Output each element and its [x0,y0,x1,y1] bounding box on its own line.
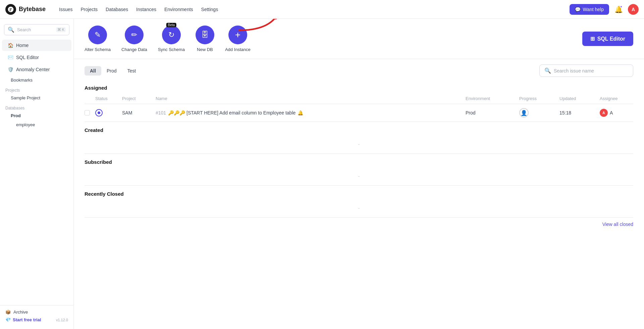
logo[interactable]: Bytebase [5,4,46,15]
alter-schema-circle[interactable]: ✎ [88,26,107,44]
nav-settings[interactable]: Settings [201,7,218,12]
assignee-name: A [610,110,613,115]
th-checkbox [85,96,95,101]
alter-schema-action[interactable]: ✎ Alter Schema [85,26,111,52]
row-checkbox[interactable] [85,110,95,115]
new-db-label: New DB [197,47,213,52]
user-progress-icon: 👤 [521,110,527,116]
sidebar-item-sql-label: SQL Editor [16,55,39,60]
nav-databases[interactable]: Databases [106,7,128,12]
sidebar-item-home[interactable]: 🏠 Home [2,40,71,51]
subscribed-section-title: Subscribed [85,154,633,168]
change-data-circle[interactable]: ✏ [125,26,144,44]
add-instance-label: Add Instance [225,47,251,52]
issue-name-wrap: #101 🔑🔑🔑 [START HERE] Add email column t… [156,110,466,115]
recently-closed-section-title: Recently Closed [85,186,633,199]
table-header: Status Project Name Environment Progress… [85,93,633,104]
layout: 🔍 Search ⌘ K 🏠 Home ✉️ SQL Editor 🛡️ Ano… [0,19,644,329]
search-issue-placeholder: Search issue name [554,68,628,74]
sidebar-item-sql-editor[interactable]: ✉️ SQL Editor [2,52,71,63]
issue-number: #101 [156,110,166,115]
search-box[interactable]: 🔍 Search ⌘ K [4,24,69,35]
new-db-circle[interactable]: 🗄 [196,26,214,44]
search-text: Search [17,27,53,32]
sync-schema-action[interactable]: Beta ↻ Sync Schema [158,26,185,52]
sql-editor-btn-wrap: ⊞ SQL Editor [582,32,633,46]
archive-icon: 📦 [5,310,11,315]
th-project: Project [122,96,156,101]
notification-button[interactable]: 🔔 [613,4,624,15]
th-updated: Updated [559,96,600,101]
nav-environments[interactable]: Environments [164,7,193,12]
search-issue-box[interactable]: 🔍 Search issue name [539,64,633,77]
sidebar: 🔍 Search ⌘ K 🏠 Home ✉️ SQL Editor 🛡️ Ano… [0,19,74,329]
topnav-right: 💬 Want help 🔔 A [570,4,639,15]
created-empty: - [85,136,633,154]
bell-notif-icon: 🔔 [298,110,303,115]
add-instance-circle[interactable]: + [228,26,247,44]
view-all-closed[interactable]: View all closed [85,218,633,231]
add-instance-action[interactable]: + Add Instance [225,26,251,52]
nav-links: Issues Projects Databases Instances Envi… [59,7,218,12]
row-assignee: A A [600,109,633,117]
logo-icon [5,4,16,15]
add-instance-container: + Add Instance [225,26,251,52]
sidebar-footer: 📦 Archive 💎 Start free trial v1.12.0 [0,305,73,326]
new-db-action[interactable]: 🗄 New DB [196,26,214,52]
projects-section-label: Projects [0,87,73,93]
search-issue-icon: 🔍 [544,67,551,74]
nav-instances[interactable]: Instances [136,7,156,12]
search-icon: 🔍 [8,27,14,33]
sidebar-employee-db[interactable]: employee [0,120,73,129]
th-name: Name [156,96,466,101]
sidebar-archive[interactable]: 📦 Archive [5,310,68,315]
table-row: SAM #101 🔑🔑🔑 [START HERE] Add email colu… [85,104,633,122]
sidebar-bookmarks[interactable]: Bookmarks [0,76,73,85]
search-kbd: ⌘ K [56,27,66,32]
main-content: ✎ Alter Schema ✏ Change Data Beta ↻ Sync… [74,19,644,329]
th-assignee: Assignee [600,96,633,101]
row-environment: Prod [466,110,519,115]
sql-editor-icon: ✉️ [7,54,13,60]
assignee-avatar: A [600,109,608,117]
version-label: v1.12.0 [56,318,68,322]
svg-marker-1 [274,19,280,20]
filter-tab-test[interactable]: Test [122,66,141,76]
shield-icon: 🛡️ [7,66,13,73]
status-dot [98,111,100,114]
nav-issues[interactable]: Issues [59,7,72,12]
change-data-label: Change Data [121,47,147,52]
row-progress: 👤 [519,108,559,117]
chat-icon: 💬 [575,7,581,12]
sidebar-prod-db[interactable]: Prod [0,111,73,120]
row-project: SAM [122,110,156,115]
progress-circle: 👤 [519,108,529,117]
th-status: Status [95,96,122,101]
alter-schema-label: Alter Schema [85,47,111,52]
row-name[interactable]: #101 🔑🔑🔑 [START HERE] Add email column t… [156,110,466,115]
filter-tab-prod[interactable]: Prod [101,66,122,76]
nav-projects[interactable]: Projects [81,7,98,12]
actions-bar: ✎ Alter Schema ✏ Change Data Beta ↻ Sync… [74,19,644,59]
top-navigation: Bytebase Issues Projects Databases Insta… [0,0,644,19]
issues-content: All Prod Test 🔍 Search issue name Assign… [74,59,644,329]
sidebar-sample-project[interactable]: Sample Project [0,93,73,102]
sidebar-item-home-label: Home [16,43,29,48]
sidebar-item-anomaly-label: Anomaly Center [16,67,50,72]
status-circle [95,109,103,116]
change-data-action[interactable]: ✏ Change Data [121,26,147,52]
home-icon: 🏠 [7,42,13,48]
filter-tab-all[interactable]: All [85,66,101,76]
sidebar-item-anomaly-center[interactable]: 🛡️ Anomaly Center [2,64,71,75]
th-progress: Progress [519,96,559,101]
checkbox-input[interactable] [85,110,90,115]
filter-row: All Prod Test 🔍 Search issue name [85,59,633,80]
diamond-icon: 💎 [5,317,11,322]
sql-editor-button[interactable]: ⊞ SQL Editor [582,32,633,46]
want-help-button[interactable]: 💬 Want help [570,4,609,15]
start-free-trial[interactable]: 💎 Start free trial [5,317,41,322]
th-environment: Environment [466,96,519,101]
user-avatar[interactable]: A [628,4,639,15]
subscribed-empty: - [85,168,633,186]
sync-schema-circle[interactable]: Beta ↻ [162,26,181,44]
